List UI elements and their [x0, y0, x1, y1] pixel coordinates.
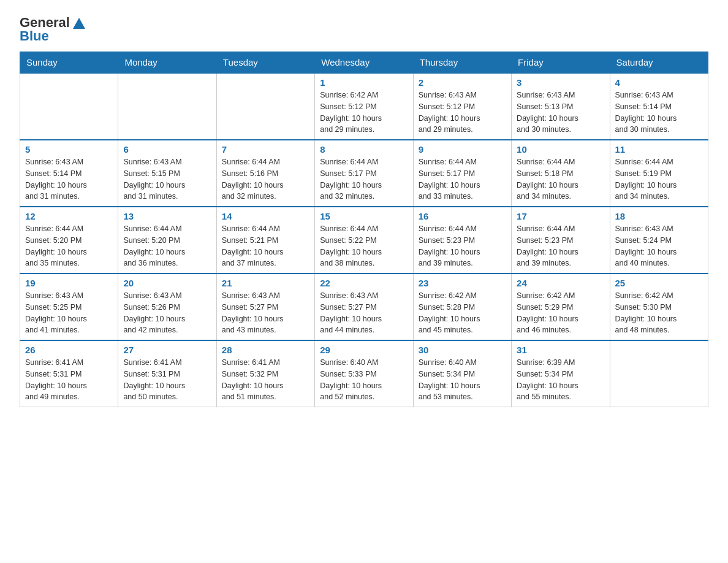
- day-info: Sunrise: 6:42 AM Sunset: 5:28 PM Dayligh…: [419, 290, 506, 336]
- calendar-cell: 14Sunrise: 6:44 AM Sunset: 5:21 PM Dayli…: [216, 207, 314, 274]
- calendar-header-monday: Monday: [118, 52, 216, 74]
- day-info: Sunrise: 6:40 AM Sunset: 5:33 PM Dayligh…: [320, 357, 408, 403]
- day-info: Sunrise: 6:44 AM Sunset: 5:19 PM Dayligh…: [615, 156, 703, 202]
- calendar-cell: [610, 340, 708, 407]
- day-info: Sunrise: 6:44 AM Sunset: 5:20 PM Dayligh…: [25, 223, 113, 269]
- day-number: 5: [25, 144, 113, 155]
- week-row-5: 26Sunrise: 6:41 AM Sunset: 5:31 PM Dayli…: [20, 340, 708, 407]
- week-row-3: 12Sunrise: 6:44 AM Sunset: 5:20 PM Dayli…: [20, 207, 708, 274]
- day-number: 2: [419, 77, 506, 88]
- calendar-cell: [118, 73, 216, 140]
- day-number: 29: [320, 345, 408, 355]
- logo-blue-label: Blue: [20, 28, 49, 44]
- day-info: Sunrise: 6:44 AM Sunset: 5:17 PM Dayligh…: [320, 156, 408, 202]
- calendar-header-row: SundayMondayTuesdayWednesdayThursdayFrid…: [20, 52, 708, 74]
- day-info: Sunrise: 6:43 AM Sunset: 5:15 PM Dayligh…: [123, 156, 211, 202]
- day-info: Sunrise: 6:42 AM Sunset: 5:30 PM Dayligh…: [615, 290, 703, 336]
- calendar-header-friday: Friday: [512, 52, 610, 74]
- day-number: 6: [123, 144, 211, 155]
- day-info: Sunrise: 6:43 AM Sunset: 5:14 PM Dayligh…: [25, 156, 113, 202]
- day-info: Sunrise: 6:44 AM Sunset: 5:17 PM Dayligh…: [419, 156, 506, 202]
- day-number: 17: [517, 211, 604, 221]
- calendar-table: SundayMondayTuesdayWednesdayThursdayFrid…: [20, 52, 708, 407]
- calendar-cell: 1Sunrise: 6:42 AM Sunset: 5:12 PM Daylig…: [315, 73, 413, 140]
- week-row-1: 1Sunrise: 6:42 AM Sunset: 5:12 PM Daylig…: [20, 73, 708, 140]
- day-number: 9: [419, 144, 506, 155]
- day-number: 19: [25, 278, 113, 288]
- day-info: Sunrise: 6:44 AM Sunset: 5:23 PM Dayligh…: [419, 223, 506, 269]
- calendar-cell: 16Sunrise: 6:44 AM Sunset: 5:23 PM Dayli…: [413, 207, 511, 274]
- day-info: Sunrise: 6:43 AM Sunset: 5:26 PM Dayligh…: [123, 290, 211, 336]
- day-info: Sunrise: 6:42 AM Sunset: 5:12 PM Dayligh…: [320, 90, 408, 136]
- week-row-4: 19Sunrise: 6:43 AM Sunset: 5:25 PM Dayli…: [20, 274, 708, 340]
- day-info: Sunrise: 6:41 AM Sunset: 5:31 PM Dayligh…: [25, 357, 113, 403]
- logo-triangle-icon: [73, 18, 85, 29]
- day-info: Sunrise: 6:43 AM Sunset: 5:25 PM Dayligh…: [25, 290, 113, 336]
- day-info: Sunrise: 6:43 AM Sunset: 5:27 PM Dayligh…: [320, 290, 408, 336]
- day-number: 12: [25, 211, 113, 221]
- day-info: Sunrise: 6:44 AM Sunset: 5:21 PM Dayligh…: [222, 223, 309, 269]
- calendar-cell: 13Sunrise: 6:44 AM Sunset: 5:20 PM Dayli…: [118, 207, 216, 274]
- calendar-cell: 6Sunrise: 6:43 AM Sunset: 5:15 PM Daylig…: [118, 140, 216, 207]
- calendar-cell: 25Sunrise: 6:42 AM Sunset: 5:30 PM Dayli…: [610, 274, 708, 340]
- calendar-cell: 19Sunrise: 6:43 AM Sunset: 5:25 PM Dayli…: [20, 274, 118, 340]
- calendar-cell: 12Sunrise: 6:44 AM Sunset: 5:20 PM Dayli…: [20, 207, 118, 274]
- calendar-cell: 10Sunrise: 6:44 AM Sunset: 5:18 PM Dayli…: [512, 140, 610, 207]
- day-info: Sunrise: 6:44 AM Sunset: 5:23 PM Dayligh…: [517, 223, 604, 269]
- calendar-cell: 29Sunrise: 6:40 AM Sunset: 5:33 PM Dayli…: [315, 340, 413, 407]
- day-number: 10: [517, 144, 604, 155]
- page-header: General Blue: [20, 15, 708, 44]
- calendar-cell: 31Sunrise: 6:39 AM Sunset: 5:34 PM Dayli…: [512, 340, 610, 407]
- day-number: 18: [615, 211, 703, 221]
- day-number: 4: [615, 77, 703, 88]
- day-number: 26: [25, 345, 113, 355]
- calendar-cell: 4Sunrise: 6:43 AM Sunset: 5:14 PM Daylig…: [610, 73, 708, 140]
- calendar-cell: [216, 73, 314, 140]
- day-info: Sunrise: 6:43 AM Sunset: 5:13 PM Dayligh…: [517, 90, 604, 136]
- day-info: Sunrise: 6:42 AM Sunset: 5:29 PM Dayligh…: [517, 290, 604, 336]
- calendar-cell: 27Sunrise: 6:41 AM Sunset: 5:31 PM Dayli…: [118, 340, 216, 407]
- day-info: Sunrise: 6:44 AM Sunset: 5:16 PM Dayligh…: [222, 156, 309, 202]
- day-number: 8: [320, 144, 408, 155]
- calendar-cell: 22Sunrise: 6:43 AM Sunset: 5:27 PM Dayli…: [315, 274, 413, 340]
- day-info: Sunrise: 6:44 AM Sunset: 5:20 PM Dayligh…: [123, 223, 211, 269]
- day-info: Sunrise: 6:43 AM Sunset: 5:12 PM Dayligh…: [419, 90, 506, 136]
- day-number: 16: [419, 211, 506, 221]
- day-number: 30: [419, 345, 506, 355]
- day-info: Sunrise: 6:43 AM Sunset: 5:24 PM Dayligh…: [615, 223, 703, 269]
- calendar-cell: 21Sunrise: 6:43 AM Sunset: 5:27 PM Dayli…: [216, 274, 314, 340]
- day-info: Sunrise: 6:41 AM Sunset: 5:32 PM Dayligh…: [222, 357, 309, 403]
- calendar-cell: 5Sunrise: 6:43 AM Sunset: 5:14 PM Daylig…: [20, 140, 118, 207]
- day-number: 14: [222, 211, 309, 221]
- day-number: 27: [123, 345, 211, 355]
- day-info: Sunrise: 6:40 AM Sunset: 5:34 PM Dayligh…: [419, 357, 506, 403]
- calendar-cell: 26Sunrise: 6:41 AM Sunset: 5:31 PM Dayli…: [20, 340, 118, 407]
- calendar-cell: 15Sunrise: 6:44 AM Sunset: 5:22 PM Dayli…: [315, 207, 413, 274]
- calendar-cell: 2Sunrise: 6:43 AM Sunset: 5:12 PM Daylig…: [413, 73, 511, 140]
- calendar-cell: 7Sunrise: 6:44 AM Sunset: 5:16 PM Daylig…: [216, 140, 314, 207]
- day-number: 25: [615, 278, 703, 288]
- day-info: Sunrise: 6:41 AM Sunset: 5:31 PM Dayligh…: [123, 357, 211, 403]
- calendar-cell: 30Sunrise: 6:40 AM Sunset: 5:34 PM Dayli…: [413, 340, 511, 407]
- calendar-cell: [20, 73, 118, 140]
- calendar-cell: 28Sunrise: 6:41 AM Sunset: 5:32 PM Dayli…: [216, 340, 314, 407]
- calendar-cell: 18Sunrise: 6:43 AM Sunset: 5:24 PM Dayli…: [610, 207, 708, 274]
- day-info: Sunrise: 6:43 AM Sunset: 5:14 PM Dayligh…: [615, 90, 703, 136]
- day-number: 28: [222, 345, 309, 355]
- day-number: 11: [615, 144, 703, 155]
- calendar-header-thursday: Thursday: [413, 52, 511, 74]
- day-number: 21: [222, 278, 309, 288]
- day-number: 31: [517, 345, 604, 355]
- day-number: 22: [320, 278, 408, 288]
- calendar-cell: 9Sunrise: 6:44 AM Sunset: 5:17 PM Daylig…: [413, 140, 511, 207]
- day-info: Sunrise: 6:43 AM Sunset: 5:27 PM Dayligh…: [222, 290, 309, 336]
- day-number: 20: [123, 278, 211, 288]
- calendar-header-saturday: Saturday: [610, 52, 708, 74]
- calendar-cell: 20Sunrise: 6:43 AM Sunset: 5:26 PM Dayli…: [118, 274, 216, 340]
- day-info: Sunrise: 6:44 AM Sunset: 5:18 PM Dayligh…: [517, 156, 604, 202]
- week-row-2: 5Sunrise: 6:43 AM Sunset: 5:14 PM Daylig…: [20, 140, 708, 207]
- day-number: 24: [517, 278, 604, 288]
- day-number: 13: [123, 211, 211, 221]
- calendar-cell: 23Sunrise: 6:42 AM Sunset: 5:28 PM Dayli…: [413, 274, 511, 340]
- calendar-header-sunday: Sunday: [20, 52, 118, 74]
